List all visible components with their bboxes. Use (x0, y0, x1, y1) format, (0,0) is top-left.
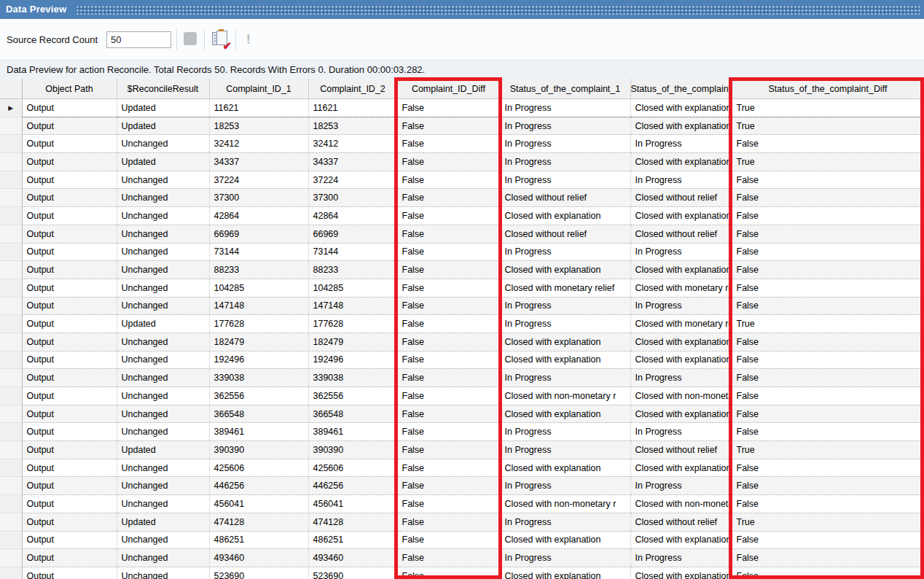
grid-cell[interactable]: Closed without relief (630, 225, 732, 243)
row-selector[interactable] (0, 441, 22, 459)
validate-clipboard-icon[interactable]: ✔ (212, 30, 231, 49)
grid-cell[interactable]: In Progress (500, 135, 630, 153)
grid-cell[interactable]: In Progress (500, 243, 630, 261)
grid-cell[interactable]: False (397, 207, 500, 225)
grid-cell[interactable]: 34337 (308, 153, 397, 171)
grid-cell[interactable]: In Progress (500, 297, 630, 315)
row-selector[interactable] (0, 189, 22, 207)
grid-cell[interactable]: In Progress (500, 369, 630, 387)
grid-cell[interactable]: 362556 (308, 387, 397, 405)
grid-cell[interactable]: Closed with explanation (500, 405, 630, 423)
grid-cell[interactable]: Output (22, 225, 117, 243)
grid-cell[interactable]: In Progress (500, 153, 630, 171)
grid-cell[interactable]: Output (22, 441, 117, 459)
grid-cell[interactable]: In Progress (500, 99, 630, 117)
grid-cell[interactable]: Unchanged (117, 297, 209, 315)
grid-cell[interactable]: 474128 (209, 513, 308, 531)
grid-cell[interactable]: False (397, 387, 500, 405)
grid-cell[interactable]: 18253 (308, 117, 397, 135)
grid-cell[interactable]: False (732, 243, 924, 261)
grid-cell[interactable]: Closed with explanation (630, 459, 732, 477)
grid-cell[interactable]: False (732, 477, 924, 495)
grid-cell[interactable]: Output (22, 261, 117, 279)
grid-cell[interactable]: 486251 (209, 531, 308, 549)
grid-cell[interactable]: Unchanged (117, 279, 209, 297)
grid-cell[interactable]: 425606 (209, 459, 308, 477)
column-header-object-path[interactable]: Object Path (22, 79, 117, 99)
grid-cell[interactable]: 474128 (308, 513, 397, 531)
grid-cell[interactable]: 11621 (209, 99, 308, 117)
grid-cell[interactable]: Closed with non-monetary r (630, 495, 732, 513)
grid-cell[interactable]: 177628 (209, 315, 308, 333)
grid-cell[interactable]: In Progress (630, 243, 732, 261)
grid-cell[interactable]: Closed with explanation (630, 153, 732, 171)
grid-cell[interactable]: False (397, 279, 500, 297)
grid-cell[interactable]: 42864 (308, 207, 397, 225)
grid-cell[interactable]: 493460 (308, 549, 397, 567)
row-selector[interactable] (0, 405, 22, 423)
grid-cell[interactable]: False (732, 189, 924, 207)
row-selector[interactable] (0, 567, 22, 579)
grid-cell[interactable]: 390390 (209, 441, 308, 459)
grid-cell[interactable]: Unchanged (117, 207, 209, 225)
row-selector[interactable] (0, 369, 22, 387)
grid-cell[interactable]: 182479 (209, 333, 308, 351)
row-selector[interactable] (0, 531, 22, 549)
grid-cell[interactable]: False (397, 549, 500, 567)
grid-cell[interactable]: False (397, 153, 500, 171)
grid-cell[interactable]: Unchanged (117, 333, 209, 351)
grid-cell[interactable]: Unchanged (117, 477, 209, 495)
grid-cell[interactable]: Output (22, 423, 117, 441)
grid-cell[interactable]: Output (22, 531, 117, 549)
grid-cell[interactable]: False (397, 135, 500, 153)
grid-cell[interactable]: In Progress (630, 477, 732, 495)
grid-cell[interactable]: 456041 (209, 495, 308, 513)
grid-cell[interactable]: Unchanged (117, 225, 209, 243)
drag-handle-dots[interactable] (76, 5, 920, 15)
row-selector[interactable] (0, 477, 22, 495)
grid-cell[interactable]: False (732, 387, 924, 405)
stop-square-icon[interactable] (184, 32, 197, 45)
grid-cell[interactable]: 32412 (209, 135, 308, 153)
grid-cell[interactable]: False (732, 495, 924, 513)
grid-cell[interactable]: False (397, 189, 500, 207)
grid-cell[interactable]: Output (22, 459, 117, 477)
grid-cell[interactable]: Output (22, 279, 117, 297)
grid-cell[interactable]: 104285 (308, 279, 397, 297)
grid-cell[interactable]: Output (22, 189, 117, 207)
grid-cell[interactable]: 147148 (308, 297, 397, 315)
grid-cell[interactable]: Closed without relief (630, 513, 732, 531)
row-selector[interactable] (0, 297, 22, 315)
grid-cell[interactable]: False (397, 171, 500, 189)
grid-cell[interactable]: False (732, 549, 924, 567)
grid-cell[interactable]: Closed with explanation (500, 207, 630, 225)
grid-cell[interactable]: Closed with explanation (630, 531, 732, 549)
grid-cell[interactable]: Unchanged (117, 135, 209, 153)
row-selector[interactable] (0, 279, 22, 297)
grid-cell[interactable]: In Progress (630, 171, 732, 189)
grid-cell[interactable]: False (732, 423, 924, 441)
grid-cell[interactable]: Output (22, 405, 117, 423)
grid-cell[interactable]: Output (22, 351, 117, 369)
row-selector[interactable] (0, 225, 22, 243)
grid-cell[interactable]: Closed with non-monetary r (500, 387, 630, 405)
grid-cell[interactable]: Unchanged (117, 423, 209, 441)
grid-cell[interactable]: 456041 (308, 495, 397, 513)
row-selector[interactable] (0, 459, 22, 477)
grid-cell[interactable]: 366548 (209, 405, 308, 423)
grid-cell[interactable]: Output (22, 243, 117, 261)
grid-cell[interactable]: False (397, 441, 500, 459)
row-selector[interactable] (0, 495, 22, 513)
grid-cell[interactable]: Closed with monetary relief (630, 279, 732, 297)
grid-cell[interactable]: 88233 (209, 261, 308, 279)
grid-cell[interactable]: 192496 (308, 351, 397, 369)
grid-cell[interactable]: Closed without relief (500, 225, 630, 243)
grid-cell[interactable]: Unchanged (117, 531, 209, 549)
grid-cell[interactable]: Output (22, 297, 117, 315)
grid-cell[interactable]: Updated (117, 513, 209, 531)
grid-cell[interactable]: False (397, 117, 500, 135)
grid-cell[interactable]: 425606 (308, 459, 397, 477)
grid-cell[interactable]: False (397, 405, 500, 423)
grid-cell[interactable]: 32412 (308, 135, 397, 153)
grid-cell[interactable]: False (397, 315, 500, 333)
